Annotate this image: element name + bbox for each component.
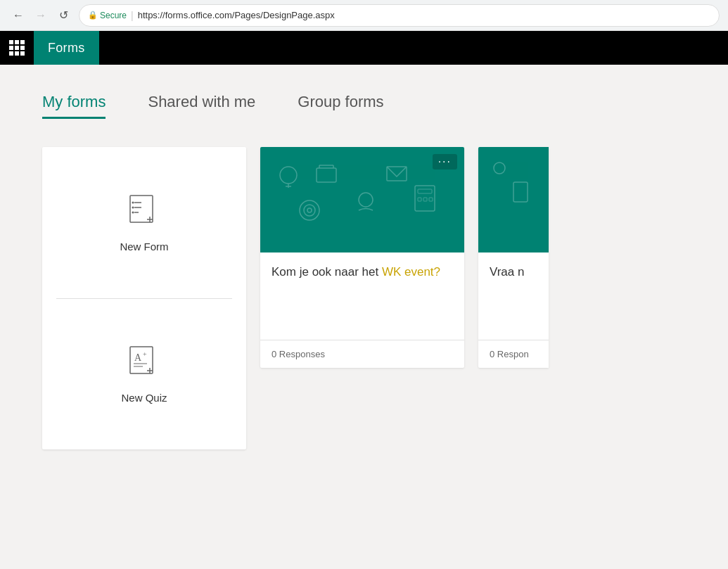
- svg-rect-23: [387, 167, 407, 181]
- forward-button: →: [31, 6, 51, 25]
- new-quiz-icon: A +: [126, 344, 162, 381]
- svg-point-6: [132, 211, 134, 213]
- form-card-2[interactable]: Vraa n 0 Respon: [478, 147, 549, 368]
- form-card-2-title: Vraa n: [490, 264, 537, 281]
- new-form-section[interactable]: New Form: [42, 147, 246, 298]
- svg-rect-25: [418, 189, 432, 193]
- new-quiz-section[interactable]: A + New Quiz: [42, 299, 246, 450]
- tab-my-forms[interactable]: My forms: [42, 93, 106, 119]
- svg-rect-26: [418, 198, 421, 201]
- tabs-nav: My forms Shared with me Group forms: [42, 93, 686, 119]
- svg-rect-27: [423, 198, 427, 201]
- tab-group[interactable]: Group forms: [298, 93, 383, 119]
- browser-chrome: ← → ↺ 🔒 Secure | https://forms.office.co…: [0, 0, 728, 31]
- address-divider: |: [131, 10, 134, 21]
- waffle-button[interactable]: [0, 31, 34, 65]
- svg-rect-28: [429, 198, 433, 201]
- svg-rect-19: [317, 168, 336, 182]
- waffle-icon: [9, 40, 25, 56]
- svg-text:+: +: [143, 350, 147, 358]
- svg-point-4: [132, 206, 134, 208]
- svg-point-29: [359, 193, 373, 207]
- new-form-card: New Form A + New Quiz: [42, 147, 246, 449]
- form-card-1[interactable]: ··· Kom je ook naar het WK event? 0 Resp…: [260, 147, 464, 368]
- address-bar[interactable]: 🔒 Secure | https://forms.office.com/Page…: [79, 4, 720, 27]
- svg-text:A: A: [134, 352, 142, 363]
- svg-point-16: [280, 167, 297, 184]
- form-card-2-body: Vraa n: [478, 252, 549, 340]
- form-card-1-title: Kom je ook naar het WK event?: [272, 264, 453, 281]
- svg-rect-34: [513, 182, 528, 202]
- svg-rect-0: [130, 196, 153, 222]
- app-title: Forms: [48, 41, 85, 56]
- app-title-area: Forms: [34, 31, 99, 65]
- svg-point-31: [304, 205, 315, 216]
- new-form-label: New Form: [120, 241, 168, 252]
- form-card-2-pattern: [478, 147, 549, 252]
- form-card-2-responses: 0 Respon: [478, 340, 549, 368]
- new-quiz-label: New Quiz: [121, 392, 167, 404]
- tab-shared[interactable]: Shared with me: [148, 93, 255, 119]
- back-button[interactable]: ←: [8, 6, 28, 25]
- form-card-1-body: Kom je ook naar het WK event?: [260, 252, 464, 340]
- nav-buttons: ← → ↺: [8, 6, 73, 25]
- cards-area: New Form A + New Quiz: [42, 147, 686, 449]
- form-card-1-responses: 0 Responses: [260, 340, 464, 368]
- lock-icon: 🔒: [88, 11, 98, 20]
- main-content: My forms Shared with me Group forms: [0, 65, 728, 569]
- header-fill: [99, 31, 729, 65]
- new-form-icon: [126, 193, 162, 229]
- form-card-2-header: [478, 147, 549, 252]
- form-card-1-more-button[interactable]: ···: [433, 154, 457, 170]
- secure-indicator: 🔒 Secure: [88, 11, 127, 20]
- url-text: https://forms.office.com/Pages/DesignPag…: [138, 10, 710, 20]
- app-header: Forms: [0, 31, 728, 65]
- svg-point-2: [132, 201, 134, 203]
- svg-point-32: [307, 208, 312, 212]
- svg-point-30: [300, 200, 319, 220]
- svg-point-33: [494, 162, 505, 174]
- form-card-1-header: ···: [260, 147, 464, 252]
- reload-button[interactable]: ↺: [53, 6, 73, 25]
